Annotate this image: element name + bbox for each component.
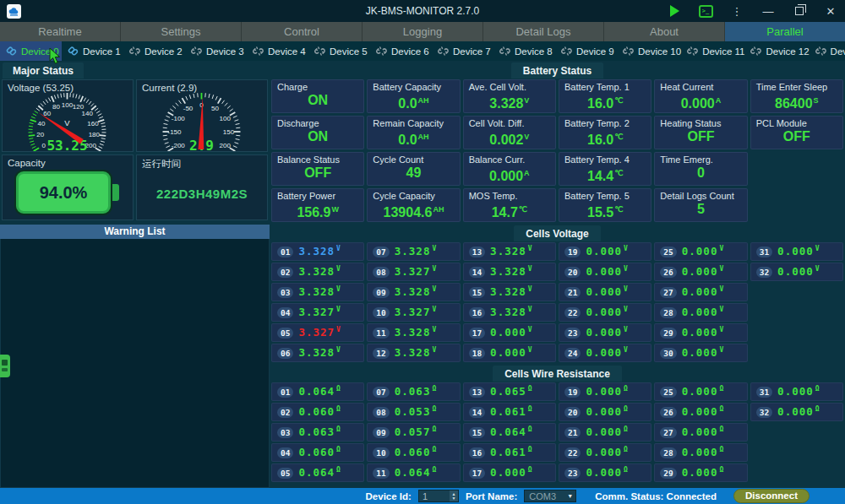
cell-number-badge: 17 [469, 328, 485, 339]
cell-unit: Ω [624, 405, 629, 413]
device-tab-device-5[interactable]: Device 5 [308, 41, 370, 61]
tab-parallel[interactable]: Parallel [725, 22, 845, 41]
device-tab-device-7[interactable]: Device 7 [432, 41, 493, 61]
cell-value: 3.328V [395, 285, 437, 298]
cell-value: 0.065Ω [490, 385, 532, 398]
edge-widget-icon[interactable] [0, 355, 10, 377]
current-gauge-panel: Current (2.9) -200-150-100-5005010015020… [136, 79, 268, 152]
terminal-icon[interactable]: >_ [698, 3, 713, 19]
cell-number-badge: 32 [756, 407, 772, 418]
stat-label: Discharge [277, 118, 358, 128]
cell-unit: Ω [528, 466, 533, 474]
cell-value: 0.064Ω [490, 425, 532, 438]
cell-unit: V [624, 346, 629, 354]
cell-unit: Ω [624, 385, 629, 393]
broken-link-icon [815, 46, 826, 57]
resistance-cell-28: 280.000Ω [654, 443, 747, 462]
stat-battery-temp-2: Battery Temp. 216.0℃ [559, 116, 651, 149]
port-select[interactable]: COM3 ▼ [524, 490, 576, 502]
broken-link-icon [750, 46, 761, 57]
stat-value: ON [277, 92, 358, 109]
capacity-label: Capacity [8, 158, 128, 168]
cell-number-badge: 29 [660, 468, 676, 479]
cell-number-badge: 21 [564, 287, 581, 298]
device-tab-device-4[interactable]: Device 4 [247, 41, 308, 61]
close-button[interactable]: ✕ [823, 3, 838, 19]
stat-label: Balance Curr. [469, 154, 550, 165]
stat-value: ON [277, 128, 358, 145]
cell-value: 0.064Ω [298, 385, 341, 398]
device-tab-device-13[interactable]: Device 13 [810, 41, 845, 61]
maximize-button[interactable] [792, 3, 807, 19]
app-logo-icon [7, 4, 21, 19]
tab-logging[interactable]: Logging [363, 22, 483, 41]
cell-number-badge: 01 [277, 387, 293, 398]
stat-remain-capacity: Remain Capacity0.0AH [367, 116, 460, 149]
battery-terminal [112, 184, 119, 201]
tab-settings[interactable]: Settings [121, 22, 242, 41]
device-tab-device-11[interactable]: Device 11 [681, 41, 744, 61]
cell-value: 0.000Ω [586, 405, 628, 418]
voltage-cell-24: 240.000V [559, 344, 651, 362]
voltage-cell-18: 180.000V [463, 344, 556, 362]
cell-number-badge: 17 [469, 468, 485, 479]
cell-value: 0.000Ω [777, 385, 820, 398]
stat-heating-status: Heating StatusOFF [654, 116, 747, 149]
spinner-arrows-icon[interactable]: ▲▼ [450, 490, 458, 501]
cell-number-badge: 23 [564, 328, 581, 339]
device-tab-device-1[interactable]: Device 1 [62, 41, 123, 61]
device-tab-label: Device 1 [83, 46, 121, 57]
cell-value: 0.060Ω [395, 446, 437, 458]
kebab-menu-icon[interactable]: ⋮ [729, 3, 744, 19]
cell-value: 0.060Ω [298, 446, 341, 458]
device-tab-device-10[interactable]: Device 10 [617, 41, 681, 61]
stat-value: 156.9W [277, 201, 358, 221]
device-tab-device-9[interactable]: Device 9 [555, 41, 617, 61]
cells-voltage-header: Cells Voltage [270, 224, 845, 241]
cell-value: 3.328V [490, 285, 532, 298]
cell-number-badge: 13 [469, 387, 485, 398]
cell-number-badge: 04 [277, 447, 293, 458]
minimize-button[interactable]: — [760, 3, 776, 19]
stat-label: Battery Temp. 2 [564, 118, 646, 128]
tab-detail-logs[interactable]: Detail Logs [483, 22, 604, 41]
cell-unit: V [336, 326, 341, 333]
device-tab-device-6[interactable]: Device 6 [370, 41, 432, 61]
device-tab-device-8[interactable]: Device 8 [493, 41, 555, 61]
tab-realtime[interactable]: Realtime [0, 22, 121, 41]
cell-value: 3.328V [395, 245, 437, 257]
svg-text:40: 40 [38, 120, 46, 127]
stat-detail-logs-count: Detail Logs Count5 [654, 188, 747, 222]
cell-unit: V [336, 265, 341, 273]
device-tab-label: Device 13 [831, 46, 845, 57]
device-tab-label: Device 7 [453, 46, 491, 57]
wire-resistance-header: Cells Wire Resistance [270, 364, 845, 382]
device-tab-device-2[interactable]: Device 2 [123, 41, 185, 61]
cell-unit: V [528, 326, 533, 333]
voltage-cell-17: 170.000V [463, 323, 556, 342]
cell-number-badge: 20 [564, 407, 581, 418]
tab-about[interactable]: About [604, 22, 725, 41]
device-tab-device-3[interactable]: Device 3 [185, 41, 247, 61]
voltage-cell-09: 093.328V [367, 283, 460, 301]
stat-cell-volt-diff-: Cell Volt. Diff.0.002V [463, 116, 556, 149]
app-window: JK-BMS-MONITOR 2.7.0 >_ ⋮ — ✕ RealtimeSe… [0, 0, 845, 504]
voltage-cell-10: 103.327V [367, 303, 460, 322]
warning-list[interactable] [0, 239, 270, 488]
resistance-cell-29: 290.000Ω [654, 463, 747, 482]
cell-unit: Ω [432, 446, 437, 453]
run-icon[interactable] [667, 3, 682, 19]
cell-number-badge: 24 [564, 348, 581, 359]
stat-time-enter-sleep: Time Enter Sleep86400S [750, 79, 843, 113]
device-id-input[interactable]: 1 ▲▼ [418, 490, 459, 502]
tab-control[interactable]: Control [242, 22, 363, 41]
voltage-cell-28: 280.000V [654, 303, 747, 322]
cell-number-badge: 14 [469, 267, 485, 278]
resistance-cell-03: 030.063Ω [271, 423, 364, 442]
cell-number-badge: 05 [277, 328, 293, 339]
cells-voltage-grid: 013.328V023.328V033.328V043.327V053.327V… [271, 242, 843, 362]
cell-value: 0.053Ω [395, 405, 437, 418]
disconnect-button[interactable]: Disconnect [733, 489, 810, 503]
cell-unit: V [624, 306, 629, 313]
device-tab-device-12[interactable]: Device 12 [744, 41, 809, 61]
